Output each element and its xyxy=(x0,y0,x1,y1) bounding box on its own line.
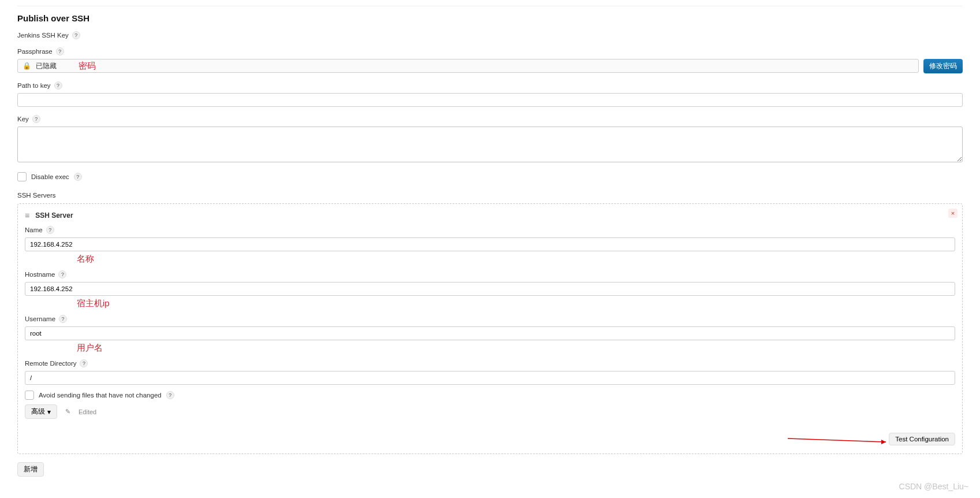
test-configuration-button[interactable]: Test Configuration xyxy=(889,433,955,445)
help-icon[interactable]: ? xyxy=(59,315,67,323)
help-icon[interactable]: ? xyxy=(56,47,64,55)
help-icon[interactable]: ? xyxy=(58,270,66,278)
help-icon[interactable]: ? xyxy=(166,391,174,399)
passphrase-field: 🔒 已隐藏 密码 xyxy=(17,59,919,73)
help-icon[interactable]: ? xyxy=(74,173,82,181)
username-label: Username xyxy=(25,315,55,322)
close-icon[interactable]: × xyxy=(948,209,957,218)
hostname-input[interactable] xyxy=(25,282,955,296)
ssh-server-header: SSH Server xyxy=(35,211,73,220)
help-icon[interactable]: ? xyxy=(54,81,62,90)
path-to-key-input[interactable] xyxy=(17,93,963,107)
annotation-user: 用户名 xyxy=(77,343,103,354)
ssh-server-panel: × ≡ SSH Server Name ? 名称 Hostname ? 宿主机i… xyxy=(17,203,963,454)
annotation-password: 密码 xyxy=(78,61,96,72)
remote-directory-label: Remote Directory xyxy=(25,360,76,367)
passphrase-hidden-text: 已隐藏 xyxy=(36,62,57,70)
disable-exec-label: Disable exec xyxy=(31,173,69,180)
hostname-label: Hostname xyxy=(25,271,55,278)
passphrase-label: Passphrase xyxy=(17,48,53,55)
chevron-down-icon: ▾ xyxy=(47,408,51,416)
change-password-button[interactable]: 修改密码 xyxy=(923,59,963,73)
disable-exec-checkbox[interactable] xyxy=(17,172,27,181)
jenkins-ssh-key-label: Jenkins SSH Key xyxy=(17,32,69,39)
watermark: CSDN @Best_Liu~ xyxy=(899,482,968,491)
key-label: Key xyxy=(17,116,29,122)
annotation-host: 宿主机ip xyxy=(77,298,110,309)
edited-label: Edited xyxy=(78,408,96,415)
help-icon[interactable]: ? xyxy=(32,115,40,123)
lock-icon: 🔒 xyxy=(23,62,31,70)
help-icon[interactable]: ? xyxy=(46,226,54,234)
advanced-button[interactable]: 高级 ▾ xyxy=(25,404,57,419)
avoid-sending-label: Avoid sending files that have not change… xyxy=(39,392,162,399)
ssh-servers-label: SSH Servers xyxy=(17,192,55,199)
drag-handle-icon[interactable]: ≡ xyxy=(25,211,29,220)
name-input[interactable] xyxy=(25,237,955,251)
annotation-name: 名称 xyxy=(77,254,94,265)
arrow-annotation xyxy=(788,436,892,445)
path-to-key-label: Path to key xyxy=(17,82,51,89)
help-icon[interactable]: ? xyxy=(72,31,80,39)
avoid-sending-checkbox[interactable] xyxy=(25,391,34,400)
svg-marker-1 xyxy=(881,440,886,444)
svg-line-0 xyxy=(788,438,886,442)
name-label: Name xyxy=(25,226,43,233)
remote-directory-input[interactable] xyxy=(25,371,955,385)
section-title: Publish over SSH xyxy=(17,13,963,23)
username-input[interactable] xyxy=(25,326,955,340)
divider xyxy=(17,6,963,6)
key-textarea[interactable] xyxy=(17,127,963,162)
pencil-icon: ✎ xyxy=(65,408,70,415)
help-icon[interactable]: ? xyxy=(80,359,88,367)
add-server-button[interactable]: 新增 xyxy=(17,462,44,477)
